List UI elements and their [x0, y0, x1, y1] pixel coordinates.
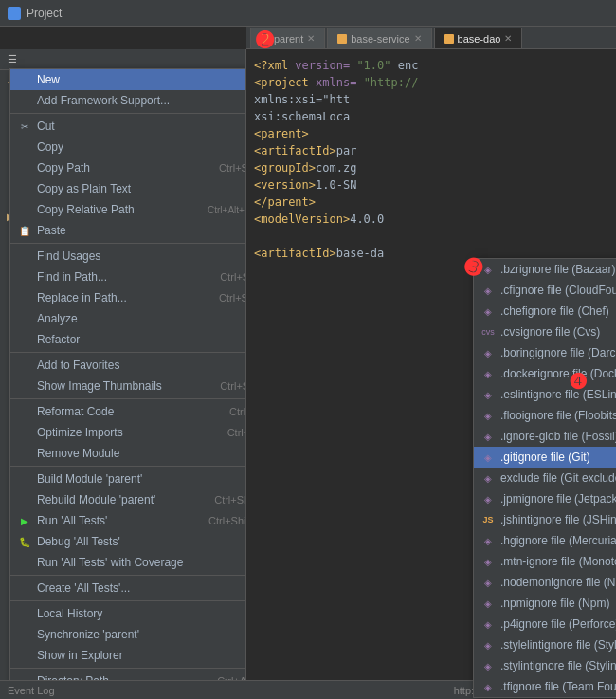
ignore-item-stylint[interactable]: ◈ .stylintignore file (Stylint)	[474, 655, 616, 676]
menu-item-debug-tests[interactable]: 🐛 Debug 'All Tests'	[10, 531, 246, 552]
ignore-item-eslint[interactable]: ◈ .eslintignore file (ESLint)	[474, 384, 616, 405]
tf-icon: ◈	[481, 680, 495, 693]
nodemon-icon: ◈	[481, 576, 495, 589]
paste-icon: 📋	[18, 224, 31, 237]
tab-parent[interactable]: parent ✕	[250, 28, 325, 48]
menu-item-local-history[interactable]: Local History ▶	[10, 603, 246, 624]
ignore-item-darcs[interactable]: ◈ .boringignore file (Darcs)	[474, 342, 616, 363]
menu-item-show-explorer[interactable]: Show in Explorer	[10, 645, 246, 666]
ignore-item-stylelint[interactable]: ◈ .stylelintignore file (StyleLint)	[474, 635, 616, 655]
tab-base-dao-icon	[444, 34, 454, 44]
fossil-icon: ◈	[481, 430, 495, 443]
ignore-item-mercurial[interactable]: ◈ .hgignore file (Mercurial)	[474, 530, 616, 551]
cvs-icon: cvs	[481, 325, 495, 339]
menu-item-analyze[interactable]: Analyze ▶	[10, 308, 246, 329]
sep3	[10, 352, 246, 353]
ignore-item-monotone[interactable]: ◈ .mtn-ignore file (Monotone)	[474, 551, 616, 572]
debug-icon: 🐛	[18, 535, 31, 548]
panel-header: ☰	[0, 49, 245, 70]
menu-item-new[interactable]: New ▶	[10, 69, 246, 90]
sep5	[10, 466, 246, 467]
ignore-item-git[interactable]: ◈ .gitignore file (Git)	[474, 447, 616, 468]
code-line-3: xmlns:xsi="htt	[254, 91, 608, 108]
ignore-item-cfoundry[interactable]: ◈ .cfignore file (CloudFoundry)	[474, 280, 616, 301]
ignore-item-npm[interactable]: ◈ .npmignore file (Npm)	[474, 593, 616, 614]
code-line-7: <groupId>com.zg	[254, 159, 608, 176]
menu-item-find-usages[interactable]: Find Usages Alt+F7	[10, 246, 246, 267]
tab-base-service[interactable]: base-service ✕	[327, 28, 431, 48]
menu-item-optimize[interactable]: Optimize Imports Ctrl+Alt+O	[10, 422, 246, 443]
perforce-icon: ◈	[481, 617, 495, 631]
tab-base-dao[interactable]: base-dao ✕	[434, 28, 523, 48]
menu-item-synchronize[interactable]: Synchronize 'parent'	[10, 624, 246, 645]
project-panel: ☰ ▼ parent ▶ .idea ▶ bas ▶ bas	[0, 49, 246, 680]
darcs-icon: ◈	[481, 346, 495, 359]
menu-item-replace-path[interactable]: Replace in Path... Ctrl+Shift+R	[10, 287, 246, 308]
code-line-1: <?xml version= "1.0" enc	[254, 57, 608, 74]
ignore-item-teamfoundation[interactable]: ◈ .tfignore file (Team Foundation)	[474, 676, 616, 697]
ignore-item-bzr[interactable]: ◈ .bzrignore file (Bazaar)	[474, 259, 616, 280]
cfoundry-icon: ◈	[481, 284, 495, 297]
menu-item-copy-relative[interactable]: Copy Relative Path Ctrl+Alt+Shift+C	[10, 199, 246, 220]
ignore-item-cvs[interactable]: cvs .cvsignore file (Cvs)	[474, 322, 616, 342]
menu-item-create-tests[interactable]: Create 'All Tests'...	[10, 578, 246, 598]
code-line-2: <project xmlns= "http://	[254, 74, 608, 91]
ignore-item-jetpack[interactable]: ◈ .jpmignore file (Jetpack)	[474, 488, 616, 509]
code-line-5: <parent>	[254, 125, 608, 142]
cut-icon: ✂	[18, 120, 31, 133]
new-icon	[18, 73, 31, 86]
ignore-item-docker[interactable]: ◈ .dockerignore file (Docker)	[474, 363, 616, 384]
menu-item-reformat[interactable]: Reformat Code Ctrl+Alt+L	[10, 401, 246, 422]
sep8	[10, 668, 246, 669]
code-line-6: <artifactId>par	[254, 142, 608, 159]
tab-base-service-icon	[337, 34, 347, 44]
menu-item-directory-path[interactable]: Directory Path Ctrl+Alt+F12	[10, 671, 246, 680]
jetpack-icon: ◈	[481, 492, 495, 506]
menu-item-paste[interactable]: 📋 Paste Ctrl+V	[10, 220, 246, 241]
docker-icon: ◈	[481, 367, 495, 380]
code-line-4: xsi:schemaLoca	[254, 108, 608, 125]
code-line-11	[254, 228, 608, 245]
chef-icon: ◈	[481, 304, 495, 318]
menu-item-add-favorites[interactable]: Add to Favorites ▶	[10, 355, 246, 376]
stylint-icon: ◈	[481, 659, 495, 672]
eslint-icon: ◈	[481, 388, 495, 401]
menu-item-refactor[interactable]: Refactor ▶	[10, 329, 246, 350]
project-icon	[8, 7, 21, 20]
sep1	[10, 113, 246, 114]
ignore-item-nodemon[interactable]: ◈ .nodemonignore file (Nodemon)	[474, 572, 616, 593]
ignore-item-jshint[interactable]: JS .jshintignore file (JSHint)	[474, 509, 616, 530]
bzr-icon: ◈	[481, 263, 495, 276]
menu-item-find-path[interactable]: Find in Path... Ctrl+Shift+F	[10, 267, 246, 287]
code-line-8: <version>1.0-SN	[254, 176, 608, 193]
code-line-10: <modelVersion>4.0.0	[254, 211, 608, 228]
editor-tabs: parent ✕ base-service ✕ base-dao ✕	[246, 27, 616, 49]
menu-item-build[interactable]: Build Module 'parent'	[10, 469, 246, 489]
code-line-9: </parent>	[254, 193, 608, 211]
floobits-icon: ◈	[481, 409, 495, 422]
mercurial-icon: ◈	[481, 534, 495, 547]
monotone-icon: ◈	[481, 555, 495, 568]
menu-item-show-thumbnails[interactable]: Show Image Thumbnails Ctrl+Shift+T	[10, 376, 246, 396]
sep4	[10, 398, 246, 399]
menu-item-cut[interactable]: ✂ Cut Ctrl+X	[10, 116, 246, 137]
menu-item-copy-plain[interactable]: Copy as Plain Text	[10, 178, 246, 199]
menu-item-run-tests[interactable]: ▶ Run 'All Tests' Ctrl+Shift+F10	[10, 510, 246, 531]
menu-item-rebuild[interactable]: Rebuild Module 'parent' Ctrl+Shift+F9	[10, 489, 246, 510]
ignore-item-fossil[interactable]: ◈ .ignore-glob file (Fossil)	[474, 426, 616, 447]
menu-item-run-coverage[interactable]: Run 'All Tests' with Coverage	[10, 552, 246, 573]
ignore-item-gitexclude[interactable]: ◈ exclude file (Git exclude)	[474, 468, 616, 488]
menu-item-add-framework[interactable]: Add Framework Support...	[10, 90, 246, 111]
ignore-item-chef[interactable]: ◈ .chefignore file (Chef)	[474, 301, 616, 322]
tab-parent-icon	[261, 34, 270, 44]
jshint-icon: JS	[481, 513, 495, 526]
title-bar-text: Project	[27, 7, 62, 20]
menu-item-copy[interactable]: Copy Ctrl+C	[10, 137, 246, 157]
git-icon: ◈	[481, 451, 495, 464]
menu-item-copy-path[interactable]: Copy Path Ctrl+Shift+C	[10, 157, 246, 178]
submenu-ignore: ◈ .bzrignore file (Bazaar) ◈ .cfignore f…	[473, 258, 616, 698]
npm-icon: ◈	[481, 597, 495, 610]
menu-item-remove-module[interactable]: Remove Module Delete	[10, 443, 246, 464]
ignore-item-floobits[interactable]: ◈ .flooignore file (Floobits)	[474, 405, 616, 426]
ignore-item-perforce[interactable]: ◈ .p4ignore file (Perforce)	[474, 614, 616, 635]
